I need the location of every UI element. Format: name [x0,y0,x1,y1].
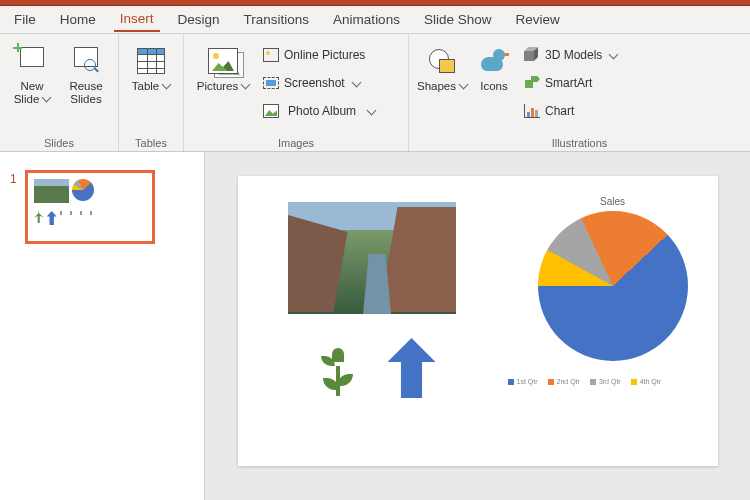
slide-pie-chart[interactable]: Sales [523,196,703,361]
tab-file[interactable]: File [8,8,42,31]
smartart-label: SmartArt [545,76,592,90]
thumb-plant-icon [34,211,44,223]
reuse-slides-label: Reuse Slides [69,80,102,105]
chart-label: Chart [545,104,574,118]
legend-q1: 1st Qtr [508,378,538,385]
chart-legend: 1st Qtr 2nd Qtr 3rd Qtr 4th Qtr [508,378,662,385]
legend-q2: 2nd Qtr [548,378,580,385]
screenshot-button[interactable]: Screenshot [258,70,379,96]
smartart-button[interactable]: SmartArt [519,70,621,96]
table-button[interactable]: Table [125,38,177,124]
group-images: Pictures Online Pictures Screenshot Phot… [184,34,409,151]
tab-design[interactable]: Design [172,8,226,31]
pie-chart-icon [538,211,688,361]
icons-button[interactable]: Icons [471,38,517,124]
shapes-button[interactable]: Shapes [415,38,469,124]
icons-icon [478,44,510,78]
3d-models-button[interactable]: 3D Models [519,42,621,68]
slide-picture[interactable] [288,202,456,314]
tab-animations[interactable]: Animations [327,8,406,31]
group-illustrations-label: Illustrations [415,135,744,151]
online-pictures-label: Online Pictures [284,48,365,62]
chart-button[interactable]: Chart [519,98,621,124]
smartart-icon [523,74,541,92]
legend-q4: 4th Qtr [631,378,661,385]
photo-album-icon [262,102,280,120]
screenshot-icon [262,74,280,92]
ribbon: New Slide Reuse Slides Slides Table Tabl… [0,34,750,152]
reuse-slides-button[interactable]: Reuse Slides [60,38,112,124]
group-slides: New Slide Reuse Slides Slides [0,34,119,151]
legend-q3: 3rd Qtr [590,378,621,385]
group-illustrations: Shapes Icons 3D Models SmartArt Chart [409,34,750,151]
3d-models-label: 3D Models [545,48,602,62]
tab-review[interactable]: Review [509,8,565,31]
slide-number: 1 [10,172,17,482]
thumb-arrow-icon [47,211,57,225]
chart-title: Sales [523,196,703,207]
pictures-icon [207,44,239,78]
tab-slideshow[interactable]: Slide Show [418,8,498,31]
tab-insert[interactable]: Insert [114,7,160,32]
table-label: Table [132,80,171,93]
online-pictures-button[interactable]: Online Pictures [258,42,379,68]
3d-models-icon [523,46,541,64]
photo-album-label: Photo Album [288,104,356,118]
reuse-slides-icon [70,44,102,78]
thumb-legend-icon [60,211,100,215]
slide-arrow-shape[interactable] [388,338,436,398]
icons-label: Icons [480,80,508,93]
ribbon-tabs: File Home Insert Design Transitions Anim… [0,6,750,34]
chart-icon [523,102,541,120]
slide-plant-icon[interactable] [313,346,363,396]
group-tables: Table Tables [119,34,184,151]
tab-home[interactable]: Home [54,8,102,31]
shapes-label: Shapes [417,80,467,93]
slide-thumbnail-1[interactable] [25,170,155,244]
shapes-icon [426,44,458,78]
pictures-button[interactable]: Pictures [190,38,256,124]
online-pictures-icon [262,46,280,64]
group-tables-label: Tables [125,135,177,151]
tab-transitions[interactable]: Transitions [238,8,316,31]
slide-1[interactable]: Sales 1st Qtr 2nd Qtr 3rd Qtr 4th Qtr [238,176,718,466]
screenshot-label: Screenshot [284,76,345,90]
group-images-label: Images [190,135,402,151]
thumb-pie-icon [72,179,94,201]
slide-canvas-area[interactable]: Sales 1st Qtr 2nd Qtr 3rd Qtr 4th Qtr [205,152,750,500]
thumb-photo-icon [34,179,69,203]
pictures-label: Pictures [197,80,250,93]
group-slides-label: Slides [6,135,112,151]
photo-album-button[interactable]: Photo Album [258,98,379,124]
new-slide-button[interactable]: New Slide [6,38,58,124]
table-icon [135,44,167,78]
slide-thumbnail-pane[interactable]: 1 [0,152,205,500]
new-slide-label: New Slide [14,80,51,105]
workspace: 1 Sales 1st Qtr 2nd Qtr [0,152,750,500]
new-slide-icon [16,44,48,78]
